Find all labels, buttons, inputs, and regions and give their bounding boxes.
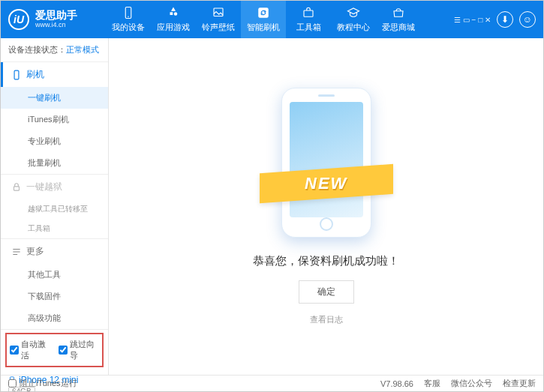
sidebar-item-itunes[interactable]: iTunes刷机 <box>1 109 108 130</box>
auto-activate-check[interactable]: 自动激活 <box>10 339 51 361</box>
logo: iU 爱思助手 www.i4.cn <box>8 9 106 30</box>
success-message: 恭喜您，保资料刷机成功啦！ <box>253 254 399 268</box>
sidebar-head-flash[interactable]: 刷机 <box>1 62 108 87</box>
block-itunes-check[interactable] <box>8 379 17 388</box>
block-itunes-label: 阻止iTunes运行 <box>20 378 77 389</box>
nav-store[interactable]: 爱思商城 <box>376 1 421 38</box>
nav-label: 爱思商城 <box>382 22 415 33</box>
main-nav: 我的设备 应用游戏 铃声壁纸 智能刷机 工具箱 教程中心 爱思商城 <box>106 1 454 38</box>
logo-icon: iU <box>8 9 29 30</box>
user-icon[interactable]: ☺ <box>519 11 536 28</box>
sidebar-head-more[interactable]: 更多 <box>1 239 108 264</box>
options-highlight: 自动激活 跳过向导 <box>5 333 104 367</box>
sidebar: 设备连接状态：正常模式 刷机 一键刷机 iTunes刷机 专业刷机 批量刷机 一… <box>1 38 109 375</box>
svg-rect-6 <box>304 10 313 16</box>
confirm-button[interactable]: 确定 <box>299 280 354 304</box>
wechat-link[interactable]: 微信公众号 <box>451 378 492 389</box>
nav-tutorials[interactable]: 教程中心 <box>331 1 376 38</box>
nav-label: 应用游戏 <box>157 22 190 33</box>
version-text: V7.98.66 <box>380 379 413 388</box>
sidebar-item-advanced[interactable]: 高级功能 <box>1 307 108 329</box>
wallpaper-icon <box>212 6 225 19</box>
sidebar-item-pro[interactable]: 专业刷机 <box>1 130 108 152</box>
svg-rect-8 <box>14 186 20 190</box>
flash-icon <box>257 6 270 19</box>
app-title: 爱思助手 <box>35 10 77 21</box>
new-ribbon: NEW <box>260 164 393 203</box>
nav-label: 智能刷机 <box>247 22 280 33</box>
nav-ringtones[interactable]: 铃声壁纸 <box>196 1 241 38</box>
svg-point-1 <box>128 16 129 18</box>
apps-icon <box>167 6 180 19</box>
window-controls: ☰ ▭ − □ ✕ ⬇ ☺ <box>454 11 536 28</box>
app-subtitle: www.i4.cn <box>35 22 77 29</box>
phone-illustration: NEW <box>270 88 383 238</box>
nav-label: 铃声壁纸 <box>202 22 235 33</box>
connection-status: 设备连接状态：正常模式 <box>1 38 108 62</box>
nav-toolbox[interactable]: 工具箱 <box>286 1 331 38</box>
svg-rect-7 <box>14 70 19 79</box>
nav-apps[interactable]: 应用游戏 <box>151 1 196 38</box>
store-icon <box>392 6 405 19</box>
jailbreak-note2: 工具箱 <box>1 219 108 238</box>
lock-icon <box>11 182 22 193</box>
phone-icon <box>122 6 135 19</box>
sidebar-head-jailbreak: 一键越狱 <box>1 175 108 199</box>
view-log-link[interactable]: 查看日志 <box>310 314 343 325</box>
sidebar-item-oneclick[interactable]: 一键刷机 <box>1 87 108 109</box>
jailbreak-note: 越狱工具已转移至 <box>1 199 108 219</box>
svg-point-3 <box>174 12 178 16</box>
sidebar-item-other[interactable]: 其他工具 <box>1 264 108 286</box>
school-icon <box>347 6 360 19</box>
statusbar: 阻止iTunes运行 V7.98.66 客服 微信公众号 检查更新 <box>1 375 543 391</box>
sidebar-item-batch[interactable]: 批量刷机 <box>1 152 108 174</box>
nav-label: 工具箱 <box>296 22 321 33</box>
list-icon <box>11 247 22 257</box>
update-link[interactable]: 检查更新 <box>503 378 536 389</box>
main-content: NEW 恭喜您，保资料刷机成功啦！ 确定 查看日志 <box>109 38 543 375</box>
titlebar: iU 爱思助手 www.i4.cn 我的设备 应用游戏 铃声壁纸 智能刷机 工具… <box>1 1 543 38</box>
sidebar-item-firmware[interactable]: 下载固件 <box>1 286 108 307</box>
nav-my-device[interactable]: 我的设备 <box>106 1 151 38</box>
service-link[interactable]: 客服 <box>424 378 440 389</box>
nav-flash[interactable]: 智能刷机 <box>241 1 286 38</box>
nav-label: 我的设备 <box>112 22 145 33</box>
svg-rect-2 <box>170 12 173 15</box>
svg-rect-5 <box>258 7 269 18</box>
nav-label: 教程中心 <box>337 22 370 33</box>
window-sys-icons[interactable]: ☰ ▭ − □ ✕ <box>454 16 491 24</box>
download-icon[interactable]: ⬇ <box>497 11 513 28</box>
phone-small-icon <box>11 70 22 80</box>
skip-guide-check[interactable]: 跳过向导 <box>59 339 100 361</box>
toolbox-icon <box>302 6 315 19</box>
